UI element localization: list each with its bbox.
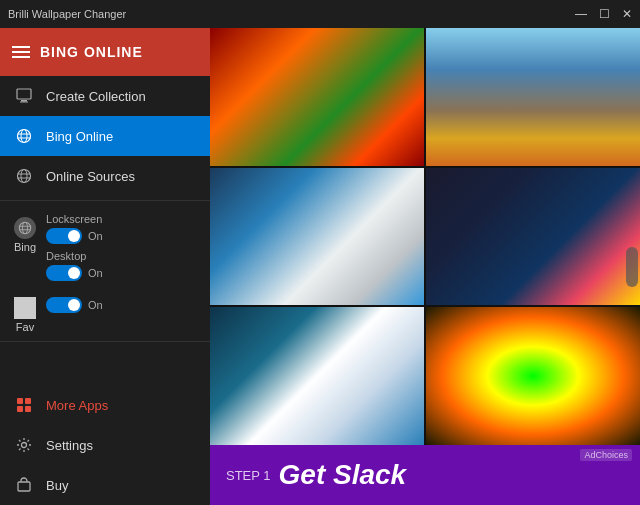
svg-rect-17 [25, 398, 31, 404]
create-collection-label: Create Collection [46, 89, 146, 104]
lockscreen-label: Lockscreen [46, 213, 196, 225]
svg-rect-0 [17, 89, 31, 99]
svg-rect-18 [17, 406, 23, 412]
bing-globe-icon [14, 217, 36, 239]
fav-section: Fav On [0, 289, 210, 337]
buy-label: Buy [46, 478, 68, 493]
svg-rect-19 [25, 406, 31, 412]
fav-toggle-row: On [46, 297, 103, 313]
sidebar-item-more-apps[interactable]: More Apps [0, 385, 210, 425]
svg-point-4 [21, 130, 27, 143]
bing-toggles: Lockscreen On Desktop On [46, 213, 196, 281]
sidebar-header: BING ONLINE [0, 28, 210, 76]
photo-grid [210, 28, 640, 445]
app-title: Brilli Wallpaper Changer [8, 8, 126, 20]
lockscreen-toggle[interactable] [46, 228, 82, 244]
bing-label: Bing [14, 241, 36, 253]
desktop-toggle-label: On [88, 267, 103, 279]
app-container: BING ONLINE Create Collection [0, 28, 640, 505]
divider-1 [0, 200, 210, 201]
maximize-button[interactable]: ☐ [599, 8, 610, 20]
bag-icon [14, 475, 34, 495]
lockscreen-toggle-row: On [46, 228, 196, 244]
svg-point-12 [22, 222, 27, 233]
fav-label: Fav [16, 321, 34, 333]
bottom-nav: More Apps Settings [0, 385, 210, 505]
svg-point-20 [22, 443, 27, 448]
divider-2 [0, 341, 210, 342]
settings-label: Settings [46, 438, 93, 453]
main-content: STEP 1 Get Slack AdChoices [210, 28, 640, 505]
photo-cell-3 [210, 168, 424, 306]
fav-toggle[interactable] [46, 297, 82, 313]
photo-cell-5 [210, 307, 424, 445]
svg-point-3 [18, 130, 31, 143]
svg-rect-2 [20, 102, 28, 103]
desktop-label: Desktop [46, 250, 196, 262]
window-controls: — ☐ ✕ [575, 8, 632, 20]
svg-point-11 [19, 222, 30, 233]
desktop-toggle-row: On [46, 265, 196, 281]
hamburger-icon[interactable] [12, 46, 30, 58]
sidebar-item-buy[interactable]: Buy [0, 465, 210, 505]
online-sources-label: Online Sources [46, 169, 135, 184]
monitor-icon [14, 86, 34, 106]
photo-cell-1 [210, 28, 424, 166]
minimize-button[interactable]: — [575, 8, 587, 20]
svg-point-7 [18, 170, 31, 183]
gear-icon [14, 435, 34, 455]
photo-cell-2 [426, 28, 640, 166]
grid-icon [14, 395, 34, 415]
svg-rect-16 [17, 398, 23, 404]
sidebar-header-title: BING ONLINE [40, 44, 143, 60]
fav-icon-col: Fav [14, 293, 36, 333]
svg-rect-1 [21, 100, 27, 102]
sidebar: BING ONLINE Create Collection [0, 28, 210, 505]
more-apps-label: More Apps [46, 398, 108, 413]
fav-icon [14, 297, 36, 319]
fav-toggles: On [46, 293, 103, 313]
sidebar-item-bing-online[interactable]: Bing Online [0, 116, 210, 156]
ad-step: STEP 1 [226, 468, 271, 483]
globe-icon-2 [14, 166, 34, 186]
globe-icon-1 [14, 126, 34, 146]
svg-rect-15 [19, 302, 31, 314]
lockscreen-toggle-label: On [88, 230, 103, 242]
bing-icon-col: Bing [14, 213, 36, 253]
desktop-toggle[interactable] [46, 265, 82, 281]
fav-toggle-label: On [88, 299, 103, 311]
bing-sub-section: Bing Lockscreen On Desktop On [0, 205, 210, 289]
sidebar-item-create-collection[interactable]: Create Collection [0, 76, 210, 116]
ad-badge: AdChoices [580, 449, 632, 461]
ad-text: Get Slack [279, 459, 407, 491]
svg-point-8 [21, 170, 27, 183]
sidebar-item-settings[interactable]: Settings [0, 425, 210, 465]
svg-rect-21 [18, 482, 30, 491]
ad-bar: STEP 1 Get Slack AdChoices [210, 445, 640, 505]
sidebar-item-online-sources[interactable]: Online Sources [0, 156, 210, 196]
photo-cell-4 [426, 168, 640, 306]
scroll-indicator[interactable] [626, 247, 638, 287]
close-button[interactable]: ✕ [622, 8, 632, 20]
bing-online-label: Bing Online [46, 129, 113, 144]
photo-cell-6 [426, 307, 640, 445]
title-bar: Brilli Wallpaper Changer — ☐ ✕ [0, 0, 640, 28]
